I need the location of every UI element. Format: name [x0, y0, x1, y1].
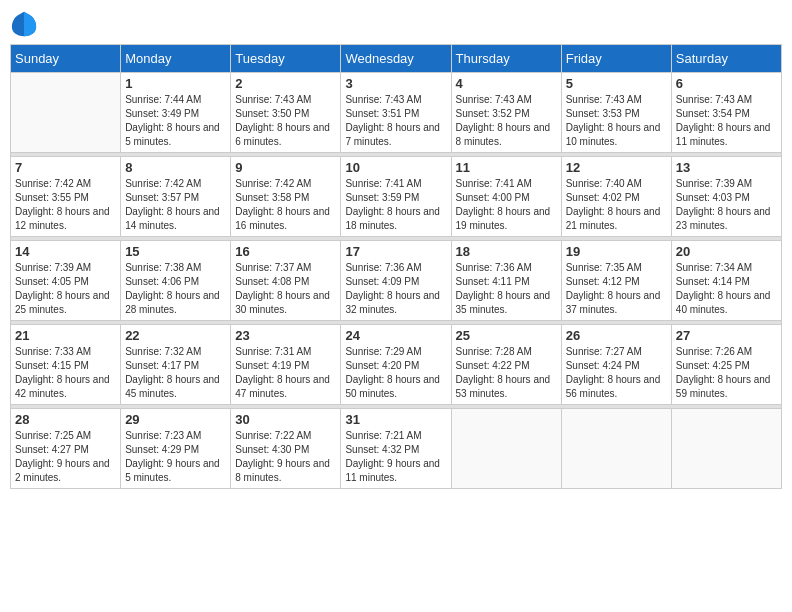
day-number: 19 [566, 244, 667, 259]
day-info: Sunrise: 7:41 AMSunset: 3:59 PMDaylight:… [345, 177, 446, 233]
calendar-day-cell: 23Sunrise: 7:31 AMSunset: 4:19 PMDayligh… [231, 325, 341, 405]
day-info: Sunrise: 7:27 AMSunset: 4:24 PMDaylight:… [566, 345, 667, 401]
calendar-day-header: Thursday [451, 45, 561, 73]
day-number: 25 [456, 328, 557, 343]
day-info: Sunrise: 7:35 AMSunset: 4:12 PMDaylight:… [566, 261, 667, 317]
day-number: 10 [345, 160, 446, 175]
day-info: Sunrise: 7:26 AMSunset: 4:25 PMDaylight:… [676, 345, 777, 401]
calendar-day-header: Saturday [671, 45, 781, 73]
day-info: Sunrise: 7:22 AMSunset: 4:30 PMDaylight:… [235, 429, 336, 485]
day-number: 4 [456, 76, 557, 91]
calendar-day-cell [671, 409, 781, 489]
day-info: Sunrise: 7:25 AMSunset: 4:27 PMDaylight:… [15, 429, 116, 485]
day-info: Sunrise: 7:40 AMSunset: 4:02 PMDaylight:… [566, 177, 667, 233]
day-info: Sunrise: 7:34 AMSunset: 4:14 PMDaylight:… [676, 261, 777, 317]
calendar-day-cell: 26Sunrise: 7:27 AMSunset: 4:24 PMDayligh… [561, 325, 671, 405]
day-info: Sunrise: 7:43 AMSunset: 3:51 PMDaylight:… [345, 93, 446, 149]
calendar-day-cell: 25Sunrise: 7:28 AMSunset: 4:22 PMDayligh… [451, 325, 561, 405]
calendar-day-cell: 22Sunrise: 7:32 AMSunset: 4:17 PMDayligh… [121, 325, 231, 405]
day-number: 22 [125, 328, 226, 343]
calendar-week-row: 21Sunrise: 7:33 AMSunset: 4:15 PMDayligh… [11, 325, 782, 405]
calendar-day-cell: 24Sunrise: 7:29 AMSunset: 4:20 PMDayligh… [341, 325, 451, 405]
day-number: 28 [15, 412, 116, 427]
calendar-week-row: 28Sunrise: 7:25 AMSunset: 4:27 PMDayligh… [11, 409, 782, 489]
day-number: 15 [125, 244, 226, 259]
day-number: 21 [15, 328, 116, 343]
calendar-day-header: Tuesday [231, 45, 341, 73]
calendar-day-cell: 9Sunrise: 7:42 AMSunset: 3:58 PMDaylight… [231, 157, 341, 237]
day-info: Sunrise: 7:31 AMSunset: 4:19 PMDaylight:… [235, 345, 336, 401]
day-info: Sunrise: 7:44 AMSunset: 3:49 PMDaylight:… [125, 93, 226, 149]
calendar-day-cell [561, 409, 671, 489]
calendar-day-cell: 1Sunrise: 7:44 AMSunset: 3:49 PMDaylight… [121, 73, 231, 153]
page-header [10, 10, 782, 38]
day-number: 27 [676, 328, 777, 343]
calendar-day-cell: 20Sunrise: 7:34 AMSunset: 4:14 PMDayligh… [671, 241, 781, 321]
day-number: 23 [235, 328, 336, 343]
day-number: 12 [566, 160, 667, 175]
day-number: 8 [125, 160, 226, 175]
calendar-day-cell [11, 73, 121, 153]
day-info: Sunrise: 7:21 AMSunset: 4:32 PMDaylight:… [345, 429, 446, 485]
day-info: Sunrise: 7:43 AMSunset: 3:50 PMDaylight:… [235, 93, 336, 149]
calendar-day-cell: 14Sunrise: 7:39 AMSunset: 4:05 PMDayligh… [11, 241, 121, 321]
day-info: Sunrise: 7:28 AMSunset: 4:22 PMDaylight:… [456, 345, 557, 401]
calendar-day-cell: 19Sunrise: 7:35 AMSunset: 4:12 PMDayligh… [561, 241, 671, 321]
calendar-day-cell: 17Sunrise: 7:36 AMSunset: 4:09 PMDayligh… [341, 241, 451, 321]
day-number: 29 [125, 412, 226, 427]
calendar-day-cell: 30Sunrise: 7:22 AMSunset: 4:30 PMDayligh… [231, 409, 341, 489]
day-info: Sunrise: 7:42 AMSunset: 3:55 PMDaylight:… [15, 177, 116, 233]
day-number: 24 [345, 328, 446, 343]
calendar-day-cell: 27Sunrise: 7:26 AMSunset: 4:25 PMDayligh… [671, 325, 781, 405]
day-info: Sunrise: 7:37 AMSunset: 4:08 PMDaylight:… [235, 261, 336, 317]
calendar-day-cell: 21Sunrise: 7:33 AMSunset: 4:15 PMDayligh… [11, 325, 121, 405]
day-info: Sunrise: 7:41 AMSunset: 4:00 PMDaylight:… [456, 177, 557, 233]
day-number: 3 [345, 76, 446, 91]
calendar-day-cell: 18Sunrise: 7:36 AMSunset: 4:11 PMDayligh… [451, 241, 561, 321]
day-info: Sunrise: 7:23 AMSunset: 4:29 PMDaylight:… [125, 429, 226, 485]
day-info: Sunrise: 7:42 AMSunset: 3:57 PMDaylight:… [125, 177, 226, 233]
day-info: Sunrise: 7:36 AMSunset: 4:11 PMDaylight:… [456, 261, 557, 317]
day-number: 17 [345, 244, 446, 259]
calendar-day-header: Monday [121, 45, 231, 73]
calendar-day-header: Friday [561, 45, 671, 73]
calendar-table: SundayMondayTuesdayWednesdayThursdayFrid… [10, 44, 782, 489]
day-info: Sunrise: 7:43 AMSunset: 3:53 PMDaylight:… [566, 93, 667, 149]
calendar-header-row: SundayMondayTuesdayWednesdayThursdayFrid… [11, 45, 782, 73]
day-number: 20 [676, 244, 777, 259]
logo [10, 10, 42, 38]
calendar-day-cell: 15Sunrise: 7:38 AMSunset: 4:06 PMDayligh… [121, 241, 231, 321]
day-number: 14 [15, 244, 116, 259]
calendar-day-cell: 8Sunrise: 7:42 AMSunset: 3:57 PMDaylight… [121, 157, 231, 237]
day-number: 30 [235, 412, 336, 427]
calendar-day-cell: 5Sunrise: 7:43 AMSunset: 3:53 PMDaylight… [561, 73, 671, 153]
day-info: Sunrise: 7:42 AMSunset: 3:58 PMDaylight:… [235, 177, 336, 233]
calendar-day-cell: 28Sunrise: 7:25 AMSunset: 4:27 PMDayligh… [11, 409, 121, 489]
day-number: 1 [125, 76, 226, 91]
calendar-day-cell: 31Sunrise: 7:21 AMSunset: 4:32 PMDayligh… [341, 409, 451, 489]
day-number: 11 [456, 160, 557, 175]
logo-icon [10, 10, 38, 38]
calendar-body: 1Sunrise: 7:44 AMSunset: 3:49 PMDaylight… [11, 73, 782, 489]
calendar-week-row: 7Sunrise: 7:42 AMSunset: 3:55 PMDaylight… [11, 157, 782, 237]
day-number: 31 [345, 412, 446, 427]
day-number: 26 [566, 328, 667, 343]
calendar-day-cell: 2Sunrise: 7:43 AMSunset: 3:50 PMDaylight… [231, 73, 341, 153]
day-number: 7 [15, 160, 116, 175]
calendar-day-cell: 29Sunrise: 7:23 AMSunset: 4:29 PMDayligh… [121, 409, 231, 489]
day-number: 16 [235, 244, 336, 259]
day-number: 5 [566, 76, 667, 91]
day-info: Sunrise: 7:38 AMSunset: 4:06 PMDaylight:… [125, 261, 226, 317]
calendar-day-cell: 4Sunrise: 7:43 AMSunset: 3:52 PMDaylight… [451, 73, 561, 153]
day-number: 13 [676, 160, 777, 175]
day-info: Sunrise: 7:33 AMSunset: 4:15 PMDaylight:… [15, 345, 116, 401]
calendar-day-header: Wednesday [341, 45, 451, 73]
calendar-day-cell: 7Sunrise: 7:42 AMSunset: 3:55 PMDaylight… [11, 157, 121, 237]
calendar-day-cell [451, 409, 561, 489]
day-info: Sunrise: 7:43 AMSunset: 3:54 PMDaylight:… [676, 93, 777, 149]
calendar-day-cell: 11Sunrise: 7:41 AMSunset: 4:00 PMDayligh… [451, 157, 561, 237]
day-number: 9 [235, 160, 336, 175]
day-info: Sunrise: 7:39 AMSunset: 4:05 PMDaylight:… [15, 261, 116, 317]
day-info: Sunrise: 7:39 AMSunset: 4:03 PMDaylight:… [676, 177, 777, 233]
calendar-day-cell: 13Sunrise: 7:39 AMSunset: 4:03 PMDayligh… [671, 157, 781, 237]
